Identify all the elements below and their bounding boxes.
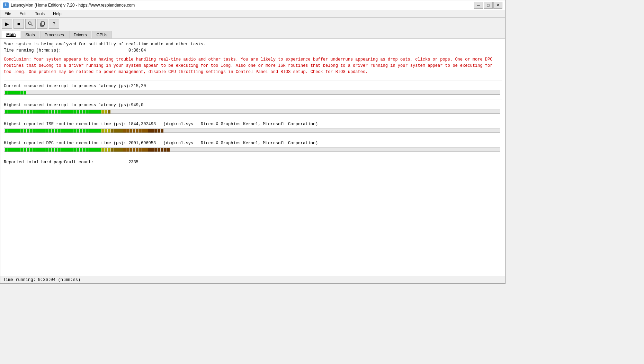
window-controls: ─ □ ✕	[474, 2, 502, 9]
metric-highest-latency: Highest measured interrupt to process la…	[4, 103, 502, 114]
tab-main[interactable]: Main	[2, 31, 20, 38]
stop-button[interactable]: ■	[14, 19, 24, 29]
tab-stats[interactable]: Stats	[21, 31, 39, 38]
tab-cpus[interactable]: CPUs	[92, 31, 112, 38]
status-line: Your system is being analyzed for suitab…	[4, 42, 502, 47]
status-bar-text: Time running: 0:36:04 (h:mm:ss)	[3, 277, 80, 282]
metric-value-3: 2001,696953 (dxgkrnl.sys – DirectX Graph…	[128, 141, 318, 146]
main-window: L LatencyMon (Home Edition) v 7.20 - htt…	[0, 0, 506, 284]
search-button[interactable]	[25, 19, 36, 29]
tab-bar: Main Stats Processes Drivers CPUs	[0, 30, 505, 39]
close-button[interactable]: ✕	[493, 2, 502, 9]
title-bar: L LatencyMon (Home Edition) v 7.20 - htt…	[0, 0, 505, 10]
main-content: Your system is being analyzed for suitab…	[0, 39, 505, 276]
help-button[interactable]: ?	[49, 19, 59, 29]
progress-bar-0	[4, 90, 500, 95]
tab-processes[interactable]: Processes	[40, 31, 69, 38]
window-title: LatencyMon (Home Edition) v 7.20 - https…	[11, 3, 474, 8]
menu-edit[interactable]: Edit	[17, 10, 29, 17]
separator-2	[4, 100, 502, 100]
metric-isr: Highest reported ISR routine execution t…	[4, 122, 502, 133]
separator-3	[4, 119, 502, 119]
maximize-button[interactable]: □	[484, 2, 493, 9]
menu-bar: File Edit Tools Help	[0, 10, 505, 18]
copy-button[interactable]	[37, 19, 47, 29]
time-label: Time running (h:mm:ss):	[4, 48, 128, 53]
svg-point-0	[28, 22, 31, 25]
search-icon	[28, 21, 33, 27]
time-value: 0:36:04	[128, 48, 146, 53]
time-line: Time running (h:mm:ss): 0:36:04	[4, 48, 502, 53]
app-icon: L	[3, 2, 9, 8]
menu-file[interactable]: File	[2, 10, 14, 17]
minimize-button[interactable]: ─	[474, 2, 483, 9]
metric-value-1: 949,0	[131, 103, 143, 108]
copy-icon	[39, 21, 45, 27]
metric-label-2: Highest reported ISR routine execution t…	[4, 122, 128, 127]
progress-bar-2	[4, 128, 500, 133]
separator-5	[4, 157, 502, 157]
svg-rect-3	[41, 22, 44, 25]
metric-label-0: Current measured interrupt to process la…	[4, 84, 131, 89]
progress-bar-1	[4, 109, 500, 114]
separator-4	[4, 138, 502, 138]
pagefault-label: Reported total hard pagefault count:	[4, 160, 128, 165]
metric-label-1: Highest measured interrupt to process la…	[4, 103, 131, 108]
toolbar: ▶ ■ ?	[0, 18, 505, 30]
metric-value-2: 1844,302493 (dxgkrnl.sys – DirectX Graph…	[128, 122, 318, 127]
svg-line-1	[31, 24, 33, 26]
metric-value-0: 215,20	[131, 84, 146, 89]
status-bar: Time running: 0:36:04 (h:mm:ss)	[0, 276, 505, 283]
tab-drivers[interactable]: Drivers	[69, 31, 91, 38]
pagefault-row: Reported total hard pagefault count: 233…	[4, 160, 502, 165]
conclusion-text: Conclusion: Your system appears to be ha…	[4, 56, 502, 75]
play-button[interactable]: ▶	[2, 19, 12, 29]
metric-dpc: Highest reported DPC routine execution t…	[4, 141, 502, 152]
separator-1	[4, 81, 502, 81]
metric-label-3: Highest reported DPC routine execution t…	[4, 141, 128, 146]
pagefault-value: 2335	[128, 160, 138, 165]
progress-bar-3	[4, 147, 500, 152]
menu-help[interactable]: Help	[50, 10, 64, 17]
metric-current-latency: Current measured interrupt to process la…	[4, 84, 502, 95]
menu-tools[interactable]: Tools	[32, 10, 47, 17]
